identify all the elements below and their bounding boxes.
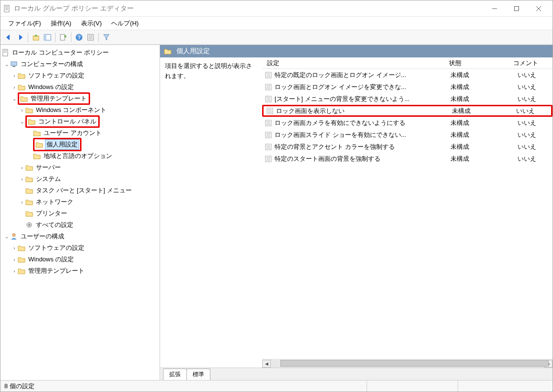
expand-icon[interactable]: › [19,108,25,113]
tree-label: タスク バーと [スタート] メニュー [35,186,133,195]
minimize-button[interactable] [484,1,506,16]
setting-name: ロック画面カメラを有効にできないようにする [275,119,435,127]
setting-state: 未構成 [435,131,485,139]
col-header-comment[interactable]: コメント [480,57,553,68]
svg-rect-18 [3,49,8,56]
folder-icon [164,47,172,55]
settings-list: 設定 状態 コメント 特定の既定のロック画面とログオン イメージ...未構成いい… [262,57,553,359]
tree-label: 管理用テンプレート [27,266,85,276]
menu-action[interactable]: 操作(A) [46,17,76,30]
forward-button[interactable] [15,32,25,43]
expand-icon[interactable]: › [19,200,25,205]
status-bar: 8 個の設定 [0,380,553,392]
separator [98,33,99,42]
tree-software-settings[interactable]: › ソフトウェアの設定 [0,70,160,81]
folder-icon [18,267,25,275]
tree-personalization[interactable]: 個人用設定 [0,139,160,150]
expand-icon[interactable]: › [11,85,18,90]
setting-comment: いいえ [485,119,553,127]
scroll-track[interactable] [271,360,544,368]
svg-rect-11 [60,34,65,40]
tree-user-accounts[interactable]: ユーザー アカウント [0,127,160,139]
expand-icon[interactable]: › [11,73,18,78]
tree-control-panel[interactable]: ⌄ コントロール パネル [0,116,160,127]
tree-admin-templates[interactable]: ⌄ 管理用テンプレート [0,93,160,104]
tree-label: システム [35,174,62,184]
collapse-icon[interactable]: ⌄ [3,234,10,239]
folder-icon [28,118,35,125]
filter-button[interactable] [101,32,112,43]
tree-label: ローカル コンピューター ポリシー [11,48,110,57]
tree-server[interactable]: › サーバー [0,162,160,173]
help-button[interactable]: ? [74,32,84,43]
list-row[interactable]: [スタート] メニューの背景を変更できないよう...未構成いいえ [262,93,553,105]
up-button[interactable] [31,32,41,43]
horizontal-scrollbar[interactable]: ◀ ▶ [262,359,553,368]
list-row[interactable]: ロック画面カメラを有効にできないようにする未構成いいえ [262,117,553,129]
scroll-left-button[interactable]: ◀ [262,360,271,368]
tree-root[interactable]: ローカル コンピューター ポリシー [0,47,160,58]
tree-network[interactable]: › ネットワーク [0,196,160,208]
col-header-setting[interactable]: 設定 [262,57,430,68]
expand-icon[interactable]: › [19,177,25,182]
tree-printers[interactable]: プリンター [0,208,160,219]
tree-label: ネットワーク [35,197,74,207]
tree-system[interactable]: › システム [0,173,160,185]
setting-icon [265,72,272,78]
window-title: ローカル グループ ポリシー エディター [14,4,484,13]
tree-pane[interactable]: ローカル コンピューター ポリシー ⌄ コンピューターの構成 › ソフトウェアの… [0,45,160,380]
setting-icon [265,144,272,150]
collapse-icon[interactable]: ⌄ [3,62,10,67]
tree-user-software[interactable]: › ソフトウェアの設定 [0,242,160,254]
tab-standard[interactable]: 標準 [186,369,210,380]
collapse-icon[interactable]: ⌄ [11,96,18,101]
svg-text:?: ? [78,34,81,40]
menu-file[interactable]: ファイル(F) [3,17,46,30]
folder-icon [18,83,25,91]
setting-icon [266,108,273,114]
tree-computer-config[interactable]: ⌄ コンピューターの構成 [0,58,160,70]
show-hide-tree-button[interactable] [42,32,53,43]
close-button[interactable] [528,1,550,16]
expand-icon[interactable]: › [11,257,18,262]
expand-icon[interactable]: › [11,269,18,274]
collapse-icon[interactable]: ⌄ [19,119,25,124]
back-button[interactable] [3,32,14,43]
menu-help[interactable]: ヘルプ(H) [106,17,143,30]
scroll-thumb[interactable] [280,360,549,367]
list-row[interactable]: 特定の既定のロック画面とログオン イメージ...未構成いいえ [262,69,553,81]
tree-taskbar-start[interactable]: タスク バーと [スタート] メニュー [0,185,160,196]
list-row[interactable]: 特定のスタート画面の背景を強制する未構成いいえ [262,153,553,165]
list-row[interactable]: ロック画面スライド ショーを有効にできない...未構成いいえ [262,129,553,141]
tree-windows-components[interactable]: › Windows コンポーネント [0,104,160,116]
col-header-state[interactable]: 状態 [430,57,480,68]
detail-tabs: 拡張 標準 [160,368,553,380]
list-row[interactable]: ロック画面とログオン イメージを変更できな...未構成いいえ [262,81,553,93]
export-button[interactable] [58,32,69,43]
folder-icon [18,256,25,263]
tree-user-windows[interactable]: › Windows の設定 [0,254,160,265]
list-row[interactable]: ロック画面を表示しない未構成いいえ [262,105,553,117]
folder-icon [18,72,25,79]
tab-extended[interactable]: 拡張 [163,369,187,380]
maximize-button[interactable] [506,1,528,16]
user-icon [10,233,18,240]
tree-all-settings[interactable]: すべての設定 [0,219,160,231]
list-row[interactable]: 特定の背景とアクセント カラーを強制する未構成いいえ [262,141,553,153]
tree-windows-settings[interactable]: › Windows の設定 [0,81,160,93]
expand-icon[interactable]: › [19,165,25,170]
status-text: 8 個の設定 [4,382,367,391]
menu-view[interactable]: 表示(V) [76,17,106,30]
folder-icon [25,106,33,114]
properties-button[interactable] [85,32,96,43]
detail-body: 項目を選択すると説明が表示されます。 設定 状態 コメント 特定の既定のロック画… [160,57,553,359]
app-window: ローカル グループ ポリシー エディター ファイル(F) 操作(A) 表示(V)… [0,0,553,392]
status-cell [367,381,458,392]
tree-user-config[interactable]: ⌄ ユーザーの構成 [0,231,160,242]
tree-label: コンピューターの構成 [20,59,84,69]
gear-icon [25,221,33,229]
expand-icon[interactable]: › [11,246,18,251]
tree-label: 管理用テンプレート [30,94,88,103]
tree-user-admin[interactable]: › 管理用テンプレート [0,265,160,277]
tree-region-language[interactable]: 地域と言語のオプション [0,150,160,162]
